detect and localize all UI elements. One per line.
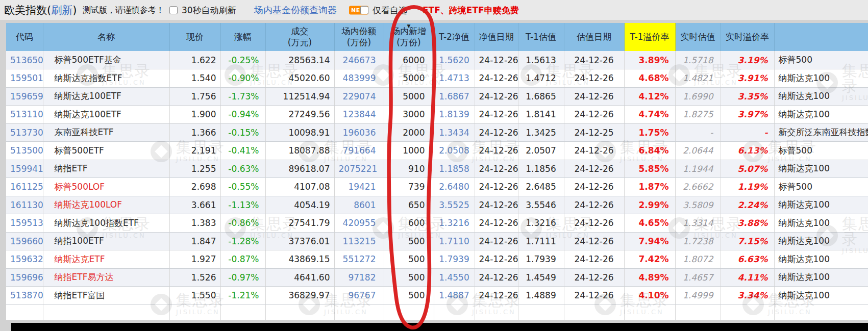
cell-new-shares: 650 bbox=[384, 196, 434, 214]
table-row: 159513纳斯达克100指数ETF1.383-0.86%27541.79420… bbox=[6, 214, 868, 233]
cell-shares[interactable]: 113215 bbox=[334, 232, 384, 250]
column-header-4[interactable]: 成交(万元) bbox=[265, 23, 334, 51]
cell-change: -1.73% bbox=[220, 87, 265, 106]
cell-t2-nav[interactable]: 1.4887 bbox=[434, 287, 475, 305]
cell-t2-nav[interactable]: 1.8139 bbox=[434, 106, 475, 124]
column-header-label: 代码 bbox=[6, 32, 43, 42]
cell-nav-date: 24-12-26 bbox=[475, 87, 518, 106]
cell-code[interactable]: 161125 bbox=[6, 178, 43, 196]
cell-change: -0.25% bbox=[220, 51, 265, 69]
cell-code[interactable]: 513110 bbox=[6, 106, 43, 124]
column-header-label: 估值日期 bbox=[564, 32, 624, 42]
table-row: 159659纳斯达克100ETF1.756-1.73%112514.942290… bbox=[6, 87, 868, 106]
column-header-0[interactable]: 代码 bbox=[6, 23, 43, 51]
cell-code[interactable]: 513500 bbox=[6, 142, 43, 160]
cell-shares[interactable]: 196036 bbox=[334, 123, 384, 142]
cell-shares[interactable]: 483999 bbox=[334, 69, 384, 88]
column-header-12[interactable]: 实时估值 bbox=[675, 23, 721, 51]
cell-t2-nav[interactable]: 1.4713 bbox=[434, 69, 475, 88]
cell-shares[interactable]: 97182 bbox=[334, 268, 384, 287]
beta-note: 测试版，请谨慎参考！ bbox=[83, 5, 164, 15]
cell-code[interactable]: 161130 bbox=[6, 196, 43, 214]
cell-volume: 4641.60 bbox=[265, 268, 334, 287]
cell-t2-nav[interactable]: 1.7110 bbox=[434, 232, 475, 250]
cell-code[interactable]: 513870 bbox=[6, 287, 43, 305]
cell-estimate-date: 24-12-26 bbox=[564, 87, 624, 106]
cell-new-shares: 5000 bbox=[384, 87, 434, 106]
auto-refresh-label[interactable]: 30秒自动刷新 bbox=[182, 4, 236, 16]
cell-volume: 4107.08 bbox=[265, 178, 334, 196]
cell-shares[interactable]: 551272 bbox=[334, 250, 384, 269]
cell-t2-nav[interactable]: 1.5620 bbox=[434, 51, 475, 69]
watchlist-only-checkbox[interactable] bbox=[360, 6, 368, 14]
column-header-11[interactable]: T-1溢价率 bbox=[624, 23, 675, 51]
column-header-label: T-1估值 bbox=[518, 32, 564, 42]
cell-code[interactable]: 159632 bbox=[6, 250, 43, 269]
cell-code[interactable]: 159513 bbox=[6, 214, 43, 233]
cell-index-name: 纳斯达克100 bbox=[774, 268, 868, 287]
cell-change: -0.41% bbox=[220, 142, 265, 160]
cell-new-shares: 500 bbox=[384, 287, 434, 305]
cell-t2-nav[interactable]: 3.5525 bbox=[434, 196, 475, 214]
cell-new-shares: 6000 bbox=[384, 51, 434, 69]
auto-refresh-checkbox[interactable] bbox=[169, 6, 178, 14]
cell-index-name: 新交所泛东南亚科技指数 bbox=[774, 123, 868, 142]
column-header-3[interactable]: 涨幅 bbox=[220, 23, 265, 51]
column-header-7[interactable]: T-2净值 bbox=[434, 23, 475, 51]
share-tool-link[interactable]: 场内基金份额查询器 bbox=[254, 4, 337, 16]
cell-code[interactable]: 159696 bbox=[6, 268, 43, 287]
promo-text: ETF、跨境ETF申赎免费 bbox=[423, 4, 519, 16]
cell-shares[interactable]: 2075221 bbox=[334, 160, 384, 178]
cell-code[interactable]: 513650 bbox=[6, 51, 43, 69]
cell-code[interactable]: 159660 bbox=[6, 232, 43, 250]
cell-code[interactable]: 513730 bbox=[6, 123, 43, 142]
cell-shares[interactable]: 229074 bbox=[334, 87, 384, 106]
cell-code[interactable]: 159941 bbox=[6, 160, 43, 178]
cell-change: -0.94% bbox=[220, 106, 265, 124]
cell-shares[interactable]: 19421 bbox=[334, 178, 384, 196]
empty-cell bbox=[265, 304, 334, 320]
watchlist-only-label[interactable]: 仅看自选 bbox=[373, 4, 407, 16]
cell-estimate-date: 24-12-26 bbox=[564, 142, 624, 160]
cell-shares[interactable]: 791664 bbox=[334, 142, 384, 160]
table-row: 159696纳指ETF易方达1.526-0.97%4641.6097182500… bbox=[6, 268, 868, 287]
cell-t1-premium: 1.87% bbox=[624, 178, 675, 196]
cell-t2-nav[interactable]: 1.6867 bbox=[434, 87, 475, 106]
cell-name: 纳指ETF易方达 bbox=[43, 268, 169, 287]
column-header-10[interactable]: 估值日期 bbox=[564, 23, 624, 51]
column-header-5[interactable]: 场内份额(万份) bbox=[334, 23, 384, 51]
refresh-link[interactable]: 刷新 bbox=[51, 4, 72, 16]
cell-shares[interactable]: 96767 bbox=[334, 287, 384, 305]
cell-code[interactable]: 159501 bbox=[6, 69, 43, 88]
cell-shares[interactable]: 246673 bbox=[334, 51, 384, 69]
cell-new-shares: 500 bbox=[384, 250, 434, 269]
cell-shares[interactable]: 420955 bbox=[334, 214, 384, 233]
cell-change: -0.86% bbox=[220, 214, 265, 233]
column-header-14[interactable] bbox=[774, 23, 868, 51]
column-header-13[interactable]: 实时溢价率 bbox=[721, 23, 774, 51]
column-header-1[interactable]: 名称 bbox=[43, 23, 169, 51]
cell-shares[interactable]: 123844 bbox=[334, 106, 384, 124]
column-header-8[interactable]: 净值日期 bbox=[475, 23, 518, 51]
cell-realtime-estimate: 1.3314 bbox=[675, 214, 721, 233]
cell-t2-nav[interactable]: 1.7939 bbox=[434, 250, 475, 269]
cell-t2-nav[interactable]: 1.4550 bbox=[434, 268, 475, 287]
cell-t1-estimate: 1.7111 bbox=[518, 232, 564, 250]
cell-realtime-premium: 6.63% bbox=[721, 250, 774, 269]
column-header-6[interactable]: ▼场内新增(万份) bbox=[384, 23, 434, 51]
cell-estimate-date: 24-12-26 bbox=[564, 287, 624, 305]
column-header-2[interactable]: 现价 bbox=[169, 23, 220, 51]
column-header-9[interactable]: T-1估值 bbox=[518, 23, 564, 51]
cell-price: 1.622 bbox=[169, 51, 220, 69]
cell-t2-nav[interactable]: 1.3216 bbox=[434, 214, 475, 233]
cell-estimate-date: 24-12-26 bbox=[564, 232, 624, 250]
cell-t1-estimate: 1.3216 bbox=[518, 214, 564, 233]
cell-t2-nav[interactable]: 1.1858 bbox=[434, 160, 475, 178]
table-row: 159501纳斯达克指数ETF1.540-0.90%45020.60483999… bbox=[6, 69, 868, 88]
cell-t2-nav[interactable]: 1.3434 bbox=[434, 123, 475, 142]
cell-t1-premium: 4.68% bbox=[624, 69, 675, 88]
cell-shares[interactable]: 8601 bbox=[334, 196, 384, 214]
cell-code[interactable]: 159659 bbox=[6, 87, 43, 106]
cell-t2-nav[interactable]: 2.6480 bbox=[434, 178, 475, 196]
cell-t2-nav[interactable]: 2.0508 bbox=[434, 142, 475, 160]
